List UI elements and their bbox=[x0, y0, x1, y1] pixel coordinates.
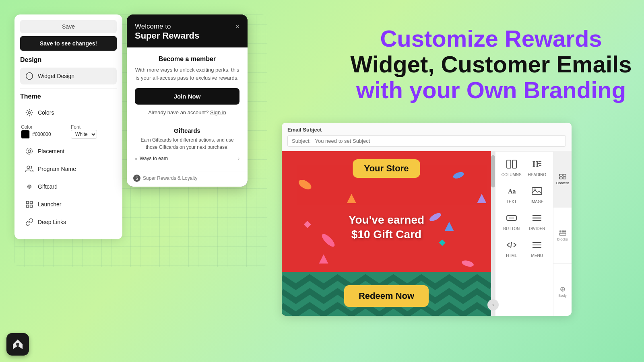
earned-line2: $10 Gift Card bbox=[282, 227, 491, 242]
member-desc: With more ways to unlock exciting perks,… bbox=[135, 66, 239, 82]
toolbar-side-tabs: Content Blocks bbox=[553, 151, 572, 316]
heading-tool[interactable]: H HEADING bbox=[524, 155, 550, 182]
color-label: Color bbox=[21, 124, 66, 130]
svg-point-53 bbox=[16, 343, 19, 346]
content-tab[interactable]: Content bbox=[553, 151, 572, 208]
svg-point-1 bbox=[29, 112, 31, 114]
already-account-text: Already have an account? Sign in bbox=[135, 109, 239, 115]
scroll-thumb[interactable] bbox=[491, 155, 495, 187]
font-select[interactable]: White bbox=[71, 130, 97, 139]
svg-rect-7 bbox=[27, 202, 29, 204]
svg-text:H: H bbox=[533, 160, 539, 169]
text-icon: Aa bbox=[506, 187, 517, 198]
svg-point-11 bbox=[297, 178, 313, 191]
svg-rect-31 bbox=[532, 187, 542, 195]
svg-line-38 bbox=[511, 242, 512, 248]
placement-item[interactable]: Placement bbox=[20, 143, 117, 160]
button-icon bbox=[506, 214, 517, 225]
divider-tool[interactable]: DIVIDER bbox=[524, 209, 550, 236]
columns-label: COLUMNS bbox=[502, 173, 522, 177]
redeem-button[interactable]: Redeem Now bbox=[344, 285, 429, 307]
svg-point-4 bbox=[27, 166, 30, 169]
link-icon bbox=[25, 218, 34, 226]
colors-item[interactable]: Colors bbox=[20, 104, 117, 121]
app-icon[interactable] bbox=[6, 333, 29, 356]
svg-rect-42 bbox=[559, 174, 562, 176]
scroll-down-button[interactable]: › bbox=[487, 299, 499, 311]
columns-tool[interactable]: COLUMNS bbox=[499, 155, 524, 182]
email-bottom-section: Redeem Now bbox=[282, 272, 491, 316]
placement-label: Placement bbox=[38, 148, 64, 154]
svg-rect-43 bbox=[563, 174, 566, 176]
menu-label: MENU bbox=[531, 253, 543, 258]
popup-welcome-text: Welcome to bbox=[135, 23, 199, 31]
toolbar-grid: COLUMNS H bbox=[495, 152, 553, 266]
giftcard-icon bbox=[25, 182, 34, 191]
program-name-item[interactable]: Program Name bbox=[20, 160, 117, 177]
hero-content: Customize Rewards Widget, Customer Email… bbox=[339, 14, 644, 115]
heading-label: HEADING bbox=[528, 173, 546, 177]
hero-section: Customize Rewards Widget, Customer Email… bbox=[338, 0, 644, 129]
email-body: Your Store You've earned $10 Gift Card bbox=[282, 151, 572, 316]
image-tool[interactable]: IMAGE bbox=[524, 182, 550, 209]
image-label: IMAGE bbox=[530, 200, 543, 204]
body-tab[interactable]: Body bbox=[553, 264, 572, 316]
users-icon bbox=[25, 165, 34, 173]
svg-rect-44 bbox=[559, 177, 562, 179]
font-label: Font bbox=[71, 124, 116, 130]
popup-body: Become a member With more ways to unlock… bbox=[127, 47, 248, 171]
svg-rect-46 bbox=[559, 230, 561, 232]
svg-rect-49 bbox=[559, 233, 566, 235]
popup-close-button[interactable]: × bbox=[235, 23, 239, 31]
svg-point-6 bbox=[29, 186, 30, 187]
divider-1 bbox=[20, 88, 117, 89]
svg-rect-45 bbox=[563, 177, 566, 179]
become-member-title: Become a member bbox=[135, 56, 239, 63]
popup-header: Welcome to Super Rewards × bbox=[127, 14, 248, 47]
svg-rect-47 bbox=[562, 230, 564, 232]
footer-icon: S bbox=[133, 175, 140, 182]
placement-icon bbox=[25, 147, 34, 156]
giftcards-title: Giftcards bbox=[135, 127, 239, 134]
svg-text:Aa: Aa bbox=[508, 188, 516, 195]
sign-in-link[interactable]: Sign in bbox=[210, 109, 226, 115]
launcher-item[interactable]: Launcher bbox=[20, 196, 117, 213]
widget-design-label: Widget Design bbox=[38, 73, 74, 79]
svg-rect-25 bbox=[512, 160, 516, 168]
svg-point-16 bbox=[461, 259, 475, 268]
deep-links-label: Deep Links bbox=[38, 219, 66, 225]
widget-design-item[interactable]: Widget Design bbox=[20, 68, 117, 84]
email-card: Your Store You've earned $10 Gift Card bbox=[282, 151, 491, 316]
svg-point-3 bbox=[27, 148, 33, 154]
html-tool[interactable]: HTML bbox=[499, 236, 524, 263]
blocks-tab-label: Blocks bbox=[557, 237, 568, 241]
columns-icon bbox=[506, 160, 517, 171]
save-button[interactable]: Save bbox=[20, 20, 117, 33]
color-swatch[interactable] bbox=[21, 130, 30, 139]
program-name-label: Program Name bbox=[38, 166, 76, 172]
blocks-tab[interactable]: Blocks bbox=[553, 208, 572, 264]
svg-point-2 bbox=[28, 150, 31, 153]
body-tab-label: Body bbox=[558, 294, 567, 298]
hero-line-1: Customize Rewards bbox=[351, 26, 632, 51]
footer-text: Super Rewards & Loyalty bbox=[143, 175, 197, 181]
button-tool[interactable]: BUTTON bbox=[499, 209, 524, 236]
svg-rect-48 bbox=[564, 230, 566, 232]
content-tab-label: Content bbox=[556, 181, 569, 185]
giftcard-label: Giftcard bbox=[38, 183, 58, 190]
menu-tool[interactable]: MENU bbox=[524, 236, 550, 263]
giftcards-desc: Earn Giftcards for different actions, an… bbox=[135, 136, 239, 151]
svg-rect-10 bbox=[30, 205, 33, 208]
giftcard-item[interactable]: Giftcard bbox=[20, 178, 117, 195]
earned-line1: You've earned bbox=[282, 213, 491, 227]
text-tool[interactable]: Aa TEXT bbox=[499, 182, 524, 209]
deep-links-item[interactable]: Deep Links bbox=[20, 214, 117, 230]
hero-customize: Customize bbox=[380, 25, 498, 51]
subject-label: Email Subject bbox=[287, 127, 566, 133]
join-now-button[interactable]: Join Now bbox=[135, 88, 239, 105]
color-hex-value: #000000 bbox=[32, 132, 51, 137]
save-to-see-button[interactable]: Save to see changes! bbox=[20, 36, 117, 51]
popup-footer: S Super Rewards & Loyalty bbox=[127, 171, 248, 187]
hero-line-2: Widget, Customer Emails bbox=[351, 51, 632, 77]
subject-input[interactable] bbox=[287, 135, 566, 147]
